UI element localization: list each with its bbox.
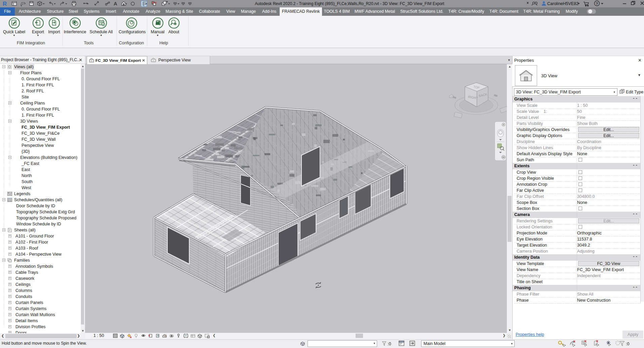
svg-text:?: ? bbox=[596, 2, 598, 6]
svg-text:i: i bbox=[174, 23, 175, 25]
svg-text:A: A bbox=[114, 1, 117, 6]
svg-text:CarolineH5VE82: CarolineH5VE82 bbox=[547, 1, 578, 6]
svg-text:R: R bbox=[3, 1, 7, 7]
svg-text::0: :0 bbox=[626, 342, 630, 346]
svg-text::0: :0 bbox=[388, 342, 391, 346]
